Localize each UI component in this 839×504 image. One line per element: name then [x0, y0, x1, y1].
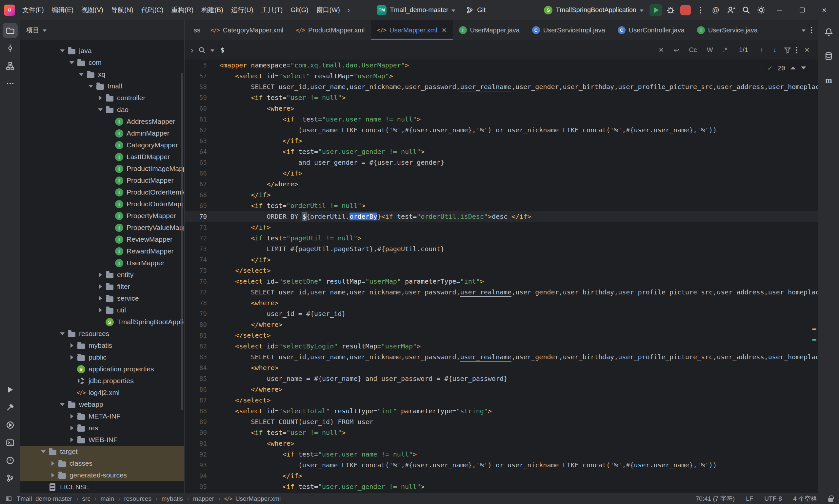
close-tab-icon[interactable]: × [442, 25, 447, 35]
code-line-77[interactable]: 77 SELECT user_id,user_name,user_nicknam… [185, 287, 818, 298]
tree-item-resources[interactable]: resources [20, 328, 184, 340]
inspections-widget[interactable]: ✓ 20 [765, 62, 809, 73]
breadcrumb-item-src[interactable]: src [82, 495, 90, 502]
run-toolwindow-button[interactable] [3, 382, 18, 397]
code-line-64[interactable]: 64 <if test="user.user_gender != null"> [185, 146, 818, 157]
stop-button[interactable] [679, 4, 692, 17]
line-number[interactable]: 87 [185, 395, 219, 406]
statusbar-project-name[interactable]: Tmall_demo-master [17, 495, 72, 502]
code-line-67[interactable]: 67 </where> [185, 179, 818, 190]
code-line-95[interactable]: 95 <if test="user.user_gender != null"> [185, 481, 818, 492]
menu-item[interactable]: 文件(F) [18, 0, 48, 20]
clear-search-icon[interactable]: × [656, 45, 666, 55]
line-number[interactable]: 74 [185, 254, 219, 265]
line-number[interactable]: 91 [185, 438, 219, 449]
code-line-83[interactable]: 83 SELECT user_id,user_name,user_nicknam… [185, 352, 818, 362]
tree-item-web-inf[interactable]: WEB-INF [20, 434, 184, 446]
tree-item-productmapper[interactable]: IProductMapper [20, 175, 184, 186]
code-line-90[interactable]: 90 <if test="user != null"> [185, 427, 818, 438]
chevron-right-icon[interactable] [70, 426, 73, 430]
tree-item-meta-inf[interactable]: META-INF [20, 410, 184, 422]
chevron-right-icon[interactable] [70, 414, 73, 418]
line-number[interactable]: 66 [185, 168, 219, 179]
breadcrumb-item-resources[interactable]: resources [124, 495, 151, 502]
maven-toolwindow-button[interactable]: m [821, 73, 836, 88]
line-number[interactable]: 92 [185, 449, 219, 460]
tree-item-webapp[interactable]: webapp [20, 399, 184, 410]
tree-item-entity[interactable]: entity [20, 269, 184, 281]
hidden-tabs-chevron-icon[interactable] [802, 30, 806, 32]
menu-item[interactable]: 构建(B) [198, 0, 227, 20]
chevron-right-icon[interactable] [70, 437, 73, 442]
code-line-84[interactable]: 84 <where> [185, 362, 818, 373]
code-line-65[interactable]: 65 and user_gender = #{user.user_gender} [185, 157, 818, 168]
indent-setting[interactable]: 4 个空格 [793, 494, 817, 503]
line-number[interactable]: 82 [185, 341, 219, 352]
code-line-63[interactable]: 63 </if> [185, 136, 818, 146]
code-line-71[interactable]: 71 </if> [185, 222, 818, 233]
tree-item-addressmapper[interactable]: IAddressMapper [20, 115, 184, 127]
menu-item[interactable]: 重构(R) [167, 0, 198, 20]
code-with-me-button[interactable] [724, 4, 737, 17]
tree-scrollbar[interactable] [181, 73, 183, 410]
code-line-82[interactable]: 82 <select id="selectByLogin" resultMap=… [185, 341, 818, 352]
tree-item-service[interactable]: service [20, 292, 184, 304]
line-number[interactable]: 72 [185, 233, 219, 244]
next-problem-icon[interactable] [801, 67, 806, 69]
code-line-61[interactable]: 61 <if test="user.user_name != null"> [185, 114, 818, 125]
line-number[interactable]: 68 [185, 190, 219, 200]
menu-overflow-chevron-icon[interactable]: › [344, 5, 354, 15]
tree-item-productimagemapper[interactable]: IProductImageMapper [20, 163, 184, 175]
tree-item-productorderitemmapper[interactable]: IProductOrderItemMapper [20, 186, 184, 198]
tree-item-tmallspringbootapplication[interactable]: STmallSpringBootApplication [20, 316, 184, 328]
chevron-down-icon[interactable] [41, 450, 46, 453]
line-number[interactable]: 5 [185, 60, 219, 71]
line-number[interactable]: 65 [185, 157, 219, 168]
tree-item-reviewmapper[interactable]: IReviewMapper [20, 234, 184, 245]
breadcrumb-item-mapper[interactable]: mapper [193, 495, 214, 502]
tree-item-license[interactable]: LICENSE [20, 481, 184, 493]
run-configuration-widget[interactable]: S TmallSpringBootApplication [540, 4, 648, 17]
minimize-button[interactable] [770, 0, 790, 20]
previous-occurrence-button[interactable]: ↑ [757, 46, 766, 54]
project-toolwindow-button[interactable] [3, 23, 18, 38]
chevron-down-icon[interactable] [60, 332, 65, 335]
editor-tab-usermapper-xml[interactable]: </>UserMapper.xml× [371, 20, 452, 40]
tree-item-res[interactable]: res [20, 422, 184, 434]
ai-assistant-button[interactable]: @ [709, 4, 722, 17]
line-separator[interactable]: LF [746, 495, 753, 502]
run-button[interactable] [650, 4, 662, 16]
database-toolwindow-button[interactable] [821, 49, 836, 64]
code-line-62[interactable]: 62 (user_name LIKE concat('%',#{user.use… [185, 125, 818, 136]
project-panel-header[interactable]: 项目 [20, 20, 184, 40]
code-line-81[interactable]: 81 </select> [185, 330, 818, 341]
tree-item-categorymapper[interactable]: ICategoryMapper [20, 139, 184, 151]
line-number[interactable]: 89 [185, 417, 219, 427]
chevron-right-icon[interactable] [99, 284, 102, 289]
maximize-button[interactable] [792, 0, 812, 20]
more-toolwindows-button[interactable] [3, 76, 18, 91]
chevron-down-icon[interactable] [60, 50, 65, 52]
chevron-right-icon[interactable] [99, 272, 102, 277]
line-number[interactable]: 84 [185, 362, 219, 373]
tree-item-com[interactable]: com [20, 57, 184, 69]
tree-item-util[interactable]: util [20, 304, 184, 316]
search-history-chevron-icon[interactable] [210, 50, 215, 52]
line-number[interactable]: 59 [185, 92, 219, 103]
code-line-88[interactable]: 88 <select id="selectTotal" resultType="… [185, 406, 818, 417]
code-line-91[interactable]: 91 <where> [185, 438, 818, 449]
editor-tab-userserviceimpl-java[interactable]: CUserServiceImpl.java [526, 20, 612, 40]
tab-options-icon[interactable] [811, 27, 812, 33]
menu-item[interactable]: 视图(V) [78, 0, 107, 20]
terminal-toolwindow-button[interactable] [3, 435, 18, 450]
intellij-idea-logo[interactable]: IJ [4, 4, 15, 16]
code-line-79[interactable]: 79 user_id = #{user_id} [185, 308, 818, 319]
code-line-68[interactable]: 68 </if> [185, 190, 818, 200]
search-icon[interactable] [198, 46, 206, 54]
chevron-down-icon[interactable] [79, 73, 84, 76]
menu-item[interactable]: Git(G) [287, 0, 312, 20]
chevron-right-icon[interactable] [70, 343, 73, 348]
line-number[interactable]: 95 [185, 481, 219, 492]
chevron-right-icon[interactable] [51, 473, 54, 478]
editor-tab-usercontroller-java[interactable]: CUserController.java [612, 20, 691, 40]
